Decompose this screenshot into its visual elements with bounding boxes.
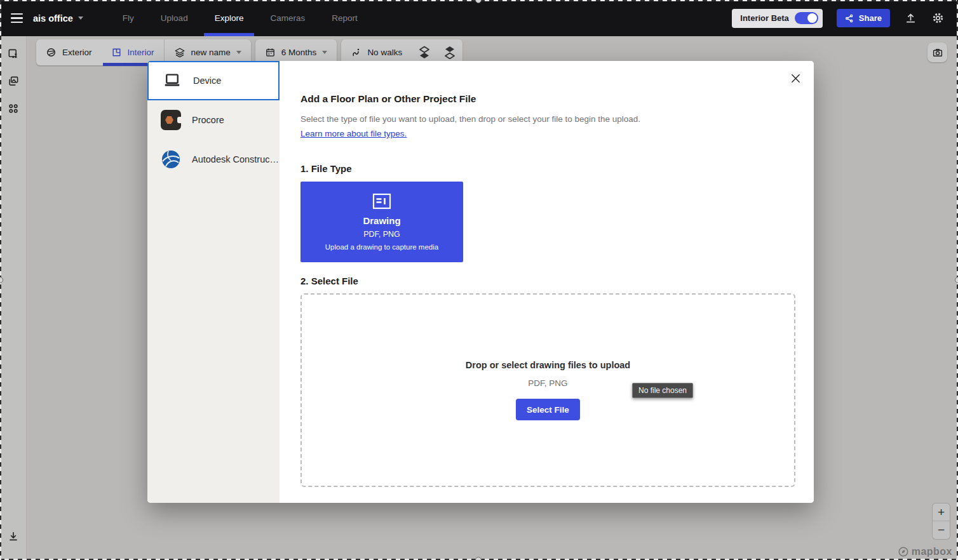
close-modal-button[interactable] [786,69,805,88]
share-button[interactable]: Share [837,9,890,27]
dropzone-formats: PDF, PNG [528,378,567,388]
select-file-button[interactable]: Select File [516,399,580,420]
share-icon [845,14,854,23]
modal-main: Add a Floor Plan or Other Project File S… [280,61,814,503]
file-type-heading: 1. File Type [300,163,814,174]
source-device-label: Device [193,76,221,86]
project-name: ais office [33,13,73,23]
topbar-right-controls: Interior Beta Share [732,9,958,28]
select-file-heading: 2. Select File [300,276,814,286]
drawing-plan-icon [372,193,391,210]
settings-button[interactable] [931,11,945,25]
modal-subtitle: Select the type of file you want to uplo… [300,114,814,124]
source-item-device[interactable]: Device [147,61,280,100]
interior-beta-toggle[interactable] [795,12,818,24]
laptop-icon [162,70,182,91]
file-type-card-drawing[interactable]: Drawing PDF, PNG Upload a drawing to cap… [300,182,463,262]
source-procore-label: Procore [192,115,224,125]
file-source-list: Device Procore Autodesk C [147,61,280,503]
share-label: Share [859,13,882,23]
source-item-autodesk[interactable]: Autodesk Construc… [147,140,280,179]
file-type-card-description: Upload a drawing to capture media [325,243,438,251]
learn-more-link[interactable]: Learn more about file types. [300,129,407,138]
hamburger-menu-button[interactable] [4,6,29,31]
nav-item-cameras[interactable]: Cameras [270,0,305,36]
file-input-tooltip: No file chosen [632,383,693,398]
dropzone-title: Drop or select drawing files to upload [466,360,630,370]
nav-item-explore[interactable]: Explore [215,0,244,36]
modal-title: Add a Floor Plan or Other Project File [300,93,814,105]
main-nav: Fly Upload Explore Cameras Report [123,0,358,36]
upload-arrow-icon [904,11,917,25]
gear-icon [931,11,945,25]
procore-logo-icon [161,110,181,130]
nav-item-report[interactable]: Report [332,0,358,36]
nav-item-fly[interactable]: Fly [123,0,134,36]
map-workspace: Exterior Interior [0,36,958,560]
interior-beta-label: Interior Beta [740,13,789,23]
project-switcher[interactable]: ais office [33,13,83,23]
upload-share-button[interactable] [904,11,917,25]
chevron-down-icon [78,17,83,20]
file-type-card-title: Drawing [363,215,400,226]
autodesk-construction-cloud-logo-icon [161,149,181,170]
app-root: ais office Fly Upload Explore Cameras Re… [0,0,958,560]
file-dropzone[interactable]: Drop or select drawing files to upload P… [300,293,795,487]
selection-handle-bottom[interactable] [475,557,482,560]
selection-handle-right[interactable] [955,277,958,283]
close-icon [790,73,801,84]
file-type-card-formats: PDF, PNG [363,230,400,239]
top-nav-bar: ais office Fly Upload Explore Cameras Re… [0,0,958,36]
source-item-procore[interactable]: Procore [147,100,280,140]
source-autodesk-label: Autodesk Construc… [192,154,279,164]
interior-beta-pill: Interior Beta [732,9,823,28]
nav-item-upload[interactable]: Upload [161,0,188,36]
add-file-modal: Device Procore Autodesk C [147,61,814,503]
